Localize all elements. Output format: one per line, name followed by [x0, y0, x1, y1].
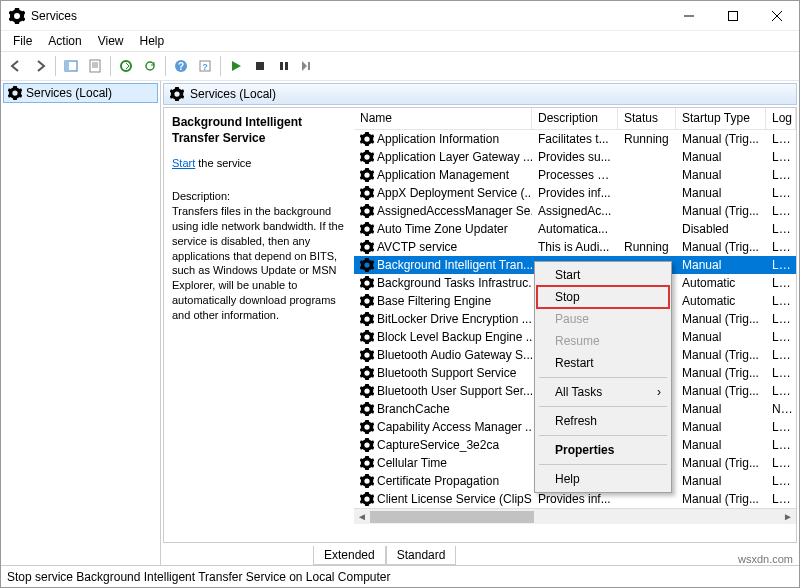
main-pane: Services (Local) Background Intelligent … [161, 81, 799, 565]
services-list: Name Description Status Startup Type Log… [354, 108, 796, 542]
context-menu: Start Stop Pause Resume Restart All Task… [534, 261, 672, 493]
scroll-thumb[interactable] [370, 511, 534, 523]
detail-desc-label: Description: [172, 189, 346, 204]
detail-pane: Background Intelligent Transfer Service … [164, 108, 354, 542]
gear-icon [360, 420, 374, 434]
ctx-stop[interactable]: Stop [537, 286, 669, 308]
scroll-right-icon[interactable]: ► [780, 509, 796, 525]
table-row[interactable]: Application ManagementProcesses in...Man… [354, 166, 796, 184]
list-header-label: Services (Local) [190, 87, 276, 101]
table-row[interactable]: Application Layer Gateway ...Provides su… [354, 148, 796, 166]
table-row[interactable]: AppX Deployment Service (...Provides inf… [354, 184, 796, 202]
gear-icon [360, 438, 374, 452]
gear-icon [360, 204, 374, 218]
gear-icon [360, 294, 374, 308]
gear-icon [360, 456, 374, 470]
menu-help[interactable]: Help [132, 34, 173, 48]
back-button[interactable] [5, 55, 27, 77]
gear-icon [360, 492, 374, 506]
nav-root-label: Services (Local) [26, 86, 112, 100]
col-description[interactable]: Description [532, 108, 618, 129]
tab-extended[interactable]: Extended [313, 546, 386, 565]
show-hide-tree-button[interactable] [60, 55, 82, 77]
gear-icon [360, 132, 374, 146]
forward-button[interactable] [29, 55, 51, 77]
col-status[interactable]: Status [618, 108, 676, 129]
gear-icon [360, 168, 374, 182]
window-title: Services [31, 9, 667, 23]
menu-file[interactable]: File [5, 34, 40, 48]
gear-icon [360, 402, 374, 416]
svg-rect-9 [256, 62, 264, 70]
stop-service-button[interactable] [249, 55, 271, 77]
gear-icon [360, 186, 374, 200]
col-startup-type[interactable]: Startup Type [676, 108, 766, 129]
svg-rect-2 [65, 61, 69, 71]
ctx-all-tasks[interactable]: All Tasks [537, 381, 669, 403]
ctx-restart[interactable]: Restart [537, 352, 669, 374]
svg-rect-12 [308, 62, 310, 70]
gear-icon [360, 348, 374, 362]
gear-icon [360, 366, 374, 380]
nav-pane: Services (Local) [1, 81, 161, 565]
maximize-button[interactable] [711, 1, 755, 31]
table-row[interactable]: AVCTP serviceThis is Audi...RunningManua… [354, 238, 796, 256]
minimize-button[interactable] [667, 1, 711, 31]
tab-standard[interactable]: Standard [386, 546, 457, 565]
svg-text:?: ? [202, 62, 208, 72]
column-headers: Name Description Status Startup Type Log [354, 108, 796, 130]
gear-icon [8, 86, 22, 100]
ctx-help[interactable]: Help [537, 468, 669, 490]
gear-icon [170, 87, 184, 101]
col-name[interactable]: Name [354, 108, 532, 129]
list-header: Services (Local) [163, 83, 797, 105]
detail-desc-text: Transfers files in the background using … [172, 204, 346, 323]
statusbar: Stop service Background Intelligent Tran… [1, 565, 799, 587]
menubar: File Action View Help [1, 31, 799, 51]
horizontal-scrollbar[interactable]: ◄ ► [354, 508, 796, 524]
app-icon [9, 8, 25, 24]
table-row[interactable]: AssignedAccessManager Se...AssignedAc...… [354, 202, 796, 220]
gear-icon [360, 312, 374, 326]
gear-icon [360, 474, 374, 488]
export-button[interactable] [115, 55, 137, 77]
ctx-refresh[interactable]: Refresh [537, 410, 669, 432]
gear-icon [360, 330, 374, 344]
table-row[interactable]: Auto Time Zone UpdaterAutomatica...Disab… [354, 220, 796, 238]
gear-icon [360, 222, 374, 236]
svg-rect-0 [729, 11, 738, 20]
close-button[interactable] [755, 1, 799, 31]
gear-icon [360, 150, 374, 164]
detail-action-line: Start the service [172, 156, 346, 171]
status-text: Stop service Background Intelligent Tran… [7, 570, 391, 584]
gear-icon [360, 240, 374, 254]
scroll-left-icon[interactable]: ◄ [354, 509, 370, 525]
restart-service-button[interactable] [297, 55, 319, 77]
properties-button[interactable] [84, 55, 106, 77]
gear-icon [360, 258, 374, 272]
col-logon[interactable]: Log [766, 108, 796, 129]
menu-view[interactable]: View [90, 34, 132, 48]
view-tabs: Extended Standard [163, 543, 797, 565]
ctx-pause: Pause [537, 308, 669, 330]
help-button[interactable]: ? [170, 55, 192, 77]
svg-rect-11 [285, 62, 288, 70]
titlebar: Services [1, 1, 799, 31]
menu-action[interactable]: Action [40, 34, 89, 48]
context-help-button[interactable]: ? [194, 55, 216, 77]
gear-icon [360, 384, 374, 398]
services-window: Services File Action View Help ? ? Servi… [0, 0, 800, 588]
start-service-button[interactable] [225, 55, 247, 77]
pause-service-button[interactable] [273, 55, 295, 77]
watermark: wsxdn.com [738, 553, 793, 565]
detail-service-name: Background Intelligent Transfer Service [172, 114, 346, 146]
start-link[interactable]: Start [172, 157, 195, 169]
ctx-start[interactable]: Start [537, 264, 669, 286]
svg-text:?: ? [178, 61, 184, 72]
gear-icon [360, 276, 374, 290]
nav-root-item[interactable]: Services (Local) [3, 83, 158, 103]
refresh-button[interactable] [139, 55, 161, 77]
toolbar: ? ? [1, 51, 799, 81]
ctx-properties[interactable]: Properties [537, 439, 669, 461]
table-row[interactable]: Application InformationFacilitates t...R… [354, 130, 796, 148]
